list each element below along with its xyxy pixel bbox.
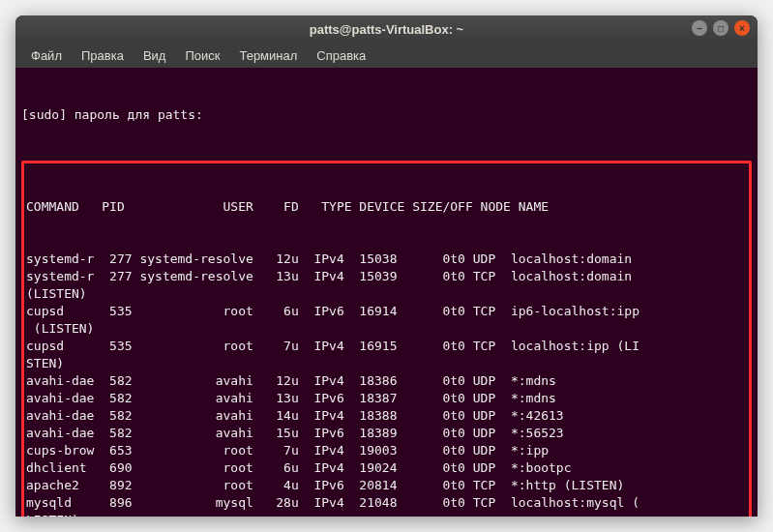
table-row: systemd-r 277 systemd-resolve 12u IPv4 1… — [26, 251, 747, 268]
table-row: avahi-dae 582 avahi 12u IPv4 18386 0t0 U… — [26, 372, 747, 390]
table-row: apache2 892 root 4u IPv6 20814 0t0 TCP *… — [26, 477, 747, 494]
table-row: cupsd 535 root 7u IPv4 16915 0t0 TCP loc… — [26, 338, 747, 355]
menu-edit[interactable]: Правка — [74, 46, 132, 65]
terminal-window: patts@patts-VirtualBox: ~ – □ × Файл Пра… — [15, 15, 758, 517]
minimize-button[interactable]: – — [692, 20, 707, 36]
menu-view[interactable]: Вид — [135, 46, 174, 65]
table-row: systemd-r 277 systemd-resolve 13u IPv4 1… — [26, 268, 747, 285]
table-row: dhclient 690 root 6u IPv4 19024 0t0 UDP … — [26, 459, 747, 477]
table-rows: systemd-r 277 systemd-resolve 12u IPv4 1… — [26, 251, 747, 517]
table-row: cups-brow 653 root 7u IPv4 19003 0t0 UDP… — [26, 442, 747, 459]
sudo-prompt-line: [sudo] пароль для patts: — [21, 106, 752, 124]
menu-terminal[interactable]: Терминал — [231, 46, 305, 65]
table-row: cupsd 535 root 6u IPv6 16914 0t0 TCP ip6… — [26, 303, 747, 320]
close-button[interactable]: × — [734, 20, 750, 36]
table-row: (LISTEN) — [26, 285, 747, 303]
table-row: avahi-dae 582 avahi 14u IPv4 18388 0t0 U… — [26, 407, 747, 425]
titlebar: patts@patts-VirtualBox: ~ – □ × — [15, 15, 758, 43]
menubar: Файл Правка Вид Поиск Терминал Справка — [15, 43, 758, 68]
table-row: avahi-dae 582 avahi 15u IPv6 18389 0t0 U… — [26, 425, 747, 442]
menu-search[interactable]: Поиск — [177, 46, 227, 65]
table-row: mysqld 896 mysql 28u IPv4 21048 0t0 TCP … — [26, 494, 747, 512]
table-header-row: COMMAND PID USER FD TYPE DEVICE SIZE/OFF… — [26, 198, 747, 216]
window-title: patts@patts-VirtualBox: ~ — [310, 22, 463, 37]
table-row: avahi-dae 582 avahi 13u IPv6 18387 0t0 U… — [26, 390, 747, 407]
window-controls: – □ × — [692, 20, 750, 36]
terminal-body[interactable]: [sudo] пароль для patts: COMMAND PID USE… — [15, 68, 758, 517]
table-row: LISTEN) — [26, 512, 747, 517]
maximize-button[interactable]: □ — [713, 20, 728, 36]
menu-file[interactable]: Файл — [23, 46, 70, 65]
table-row: STEN) — [26, 355, 747, 372]
lsof-output-highlight: COMMAND PID USER FD TYPE DEVICE SIZE/OFF… — [21, 161, 752, 517]
menu-help[interactable]: Справка — [309, 46, 373, 65]
table-row: (LISTEN) — [26, 320, 747, 338]
